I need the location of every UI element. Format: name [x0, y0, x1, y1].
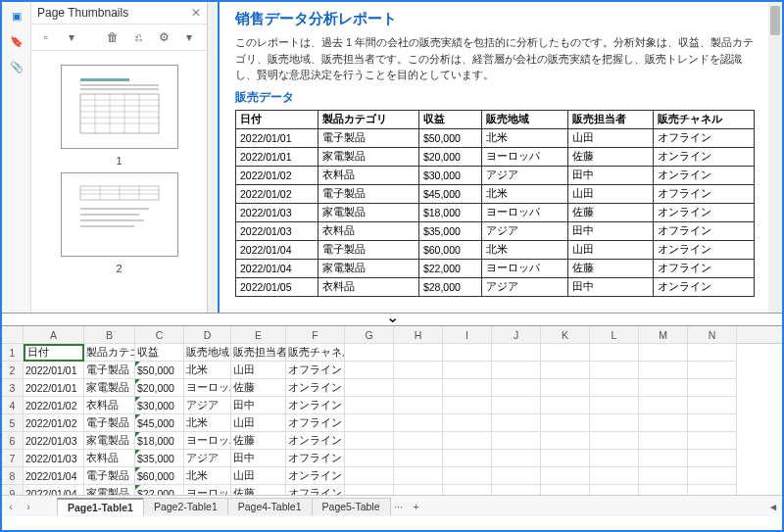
cell[interactable] [345, 414, 394, 432]
cell[interactable] [541, 450, 590, 467]
cell[interactable] [541, 432, 590, 450]
cell[interactable] [492, 485, 541, 495]
cell[interactable]: オンライン [286, 379, 345, 397]
cell[interactable]: $60,000 [135, 467, 184, 485]
cell[interactable] [394, 344, 443, 362]
cell[interactable] [639, 450, 688, 467]
cell[interactable]: 佐藤 [231, 485, 286, 495]
cell[interactable] [688, 344, 737, 362]
cell[interactable]: 北米 [184, 362, 231, 379]
cell[interactable] [688, 397, 737, 414]
cell[interactable]: 山田 [231, 467, 286, 485]
row-number[interactable]: 3 [2, 379, 24, 397]
cell[interactable]: オンライン [286, 397, 345, 414]
cell[interactable] [345, 467, 394, 485]
cell[interactable]: 販売担当者 [231, 344, 286, 362]
vertical-scrollbar[interactable] [768, 2, 782, 313]
cell[interactable] [639, 344, 688, 362]
row-number[interactable]: 9 [2, 485, 24, 495]
chevron-down-icon[interactable]: ▾ [63, 28, 80, 46]
cell[interactable]: 販売地域 [184, 344, 231, 362]
chevron-down-icon[interactable]: ▾ [180, 28, 198, 46]
cell[interactable]: $30,000 [135, 397, 184, 414]
cell[interactable]: 2022/01/01 [24, 362, 84, 379]
cell[interactable]: 北米 [184, 414, 231, 432]
cell[interactable]: 電子製品 [84, 467, 135, 485]
cell[interactable] [492, 414, 541, 432]
cell[interactable] [590, 344, 639, 362]
cell[interactable]: $50,000 [135, 362, 184, 379]
cell[interactable]: $35,000 [135, 450, 184, 467]
cell[interactable] [639, 467, 688, 485]
cell[interactable] [345, 485, 394, 495]
cell[interactable] [541, 379, 590, 397]
cell[interactable]: 衣料品 [84, 450, 135, 467]
cell[interactable]: オフライン [286, 414, 345, 432]
col-head[interactable]: E [231, 326, 286, 344]
cell[interactable] [639, 362, 688, 379]
cell[interactable]: オンライン [286, 467, 345, 485]
cell[interactable] [394, 397, 443, 414]
col-head[interactable]: K [541, 326, 590, 344]
cell[interactable]: アジア [184, 450, 231, 467]
new-page-icon[interactable]: ▫ [37, 28, 55, 46]
cell[interactable]: 2022/01/04 [24, 485, 84, 495]
cell[interactable]: 2022/01/03 [24, 432, 84, 450]
cell[interactable]: 2022/01/04 [24, 467, 84, 485]
cell[interactable] [541, 485, 590, 495]
cell[interactable] [639, 397, 688, 414]
cell[interactable] [688, 450, 737, 467]
cell[interactable]: 2022/01/02 [24, 414, 84, 432]
row-number[interactable]: 4 [2, 397, 24, 414]
cell[interactable]: ヨーロッパ [184, 379, 231, 397]
tab-scroll-left[interactable]: ◄ [764, 501, 782, 512]
cell[interactable]: 2022/01/03 [24, 450, 84, 467]
col-head[interactable]: B [84, 326, 135, 344]
cell[interactable]: オンライン [286, 432, 345, 450]
cell[interactable] [688, 414, 737, 432]
sheet-tab[interactable]: Page1-Table1 [57, 498, 144, 515]
cell[interactable]: ヨーロッパ [184, 432, 231, 450]
col-head[interactable]: A [24, 326, 84, 344]
cell[interactable]: 電子製品 [84, 414, 135, 432]
cell[interactable]: 販売チャネル [286, 344, 345, 362]
gear-icon[interactable]: ⚙ [155, 28, 172, 46]
cell[interactable] [590, 450, 639, 467]
cell[interactable] [345, 432, 394, 450]
cell[interactable] [394, 485, 443, 495]
cell[interactable] [590, 414, 639, 432]
cell[interactable] [688, 467, 737, 485]
row-number[interactable]: 6 [2, 432, 24, 450]
row-number[interactable]: 5 [2, 414, 24, 432]
cell[interactable]: 電子製品 [84, 362, 135, 379]
tab-more[interactable]: ··· [390, 501, 408, 512]
cell[interactable] [492, 344, 541, 362]
cell[interactable]: $22,000 [135, 485, 184, 495]
cell[interactable] [394, 379, 443, 397]
cell[interactable] [394, 432, 443, 450]
cell[interactable] [443, 362, 492, 379]
cell[interactable] [590, 432, 639, 450]
row-number[interactable]: 2 [2, 362, 24, 379]
row-number[interactable]: 8 [2, 467, 24, 485]
cell[interactable] [394, 450, 443, 467]
col-head[interactable]: F [286, 326, 345, 344]
row-number[interactable]: 7 [2, 450, 24, 467]
cell[interactable] [541, 414, 590, 432]
cell[interactable] [443, 397, 492, 414]
cell[interactable] [688, 432, 737, 450]
col-head[interactable]: L [590, 326, 639, 344]
col-head[interactable]: I [443, 326, 492, 344]
cell[interactable] [541, 362, 590, 379]
cell[interactable] [345, 362, 394, 379]
page-thumbnail-2[interactable] [61, 172, 178, 257]
cell[interactable]: 家電製品 [84, 485, 135, 495]
page-thumbnail-1[interactable] [61, 65, 178, 149]
cell[interactable]: 田中 [231, 397, 286, 414]
cell[interactable]: 2022/01/02 [24, 397, 84, 414]
cell[interactable] [345, 379, 394, 397]
cell[interactable] [394, 467, 443, 485]
cell[interactable]: 田中 [231, 450, 286, 467]
cell[interactable] [639, 379, 688, 397]
col-head[interactable]: M [639, 326, 688, 344]
